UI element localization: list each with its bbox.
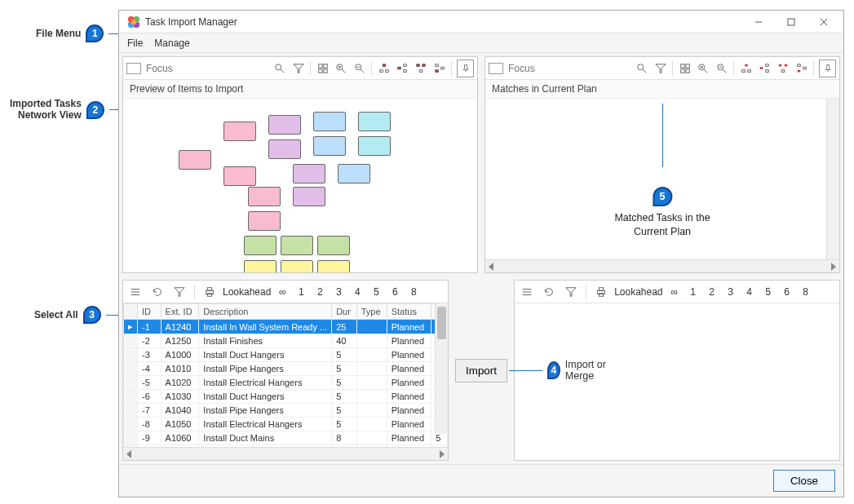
filter-icon[interactable] xyxy=(562,283,580,301)
col-desc[interactable]: Description xyxy=(199,304,332,320)
menubar: File Manage xyxy=(119,33,843,53)
table-row[interactable]: -2 A1250 Install Finishes 40 Planned 5 xyxy=(124,334,448,348)
layout3-icon[interactable] xyxy=(775,60,792,77)
svg-rect-1 xyxy=(788,19,794,25)
layout2-icon[interactable] xyxy=(394,60,411,77)
table-row[interactable]: -8 A1050 Install Electrical Hangers 5 Pl… xyxy=(124,418,448,431)
svg-rect-55 xyxy=(803,67,807,69)
table-row[interactable]: -6 A1030 Install Duct Hangers 5 Planned … xyxy=(124,390,448,404)
col-ext-id[interactable]: Ext. ID xyxy=(161,304,199,320)
lookahead-inf[interactable]: ∞ xyxy=(667,286,682,298)
minimize-button[interactable] xyxy=(742,11,775,33)
svg-rect-34 xyxy=(686,64,689,67)
select-all-handle[interactable] xyxy=(124,304,138,320)
lookahead-num[interactable]: 1 xyxy=(686,286,701,298)
table-row[interactable]: -4 A1010 Install Pipe Hangers 5 Planned … xyxy=(124,362,448,376)
svg-rect-26 xyxy=(419,69,423,72)
layout3-icon[interactable] xyxy=(413,60,430,77)
lookahead-num[interactable]: 1 xyxy=(294,286,308,298)
left-grid-pane: Lookahead ∞ 1 2 3 4 5 6 8 ID Ext. ID xyxy=(122,280,449,461)
col-type[interactable]: Type xyxy=(356,304,387,320)
layout1-icon[interactable] xyxy=(375,60,392,77)
table-row[interactable]: -3 A1000 Install Duct Hangers 5 Planned … xyxy=(124,348,448,362)
svg-rect-61 xyxy=(207,287,211,290)
list-icon[interactable] xyxy=(518,283,536,301)
refresh-icon[interactable] xyxy=(148,283,166,301)
focus-mode-icon[interactable] xyxy=(126,63,141,74)
svg-rect-18 xyxy=(383,64,386,66)
lookahead-num[interactable]: 2 xyxy=(312,286,327,298)
import-button[interactable]: Import xyxy=(455,359,507,382)
pin-icon[interactable] xyxy=(819,60,836,77)
focus-mode-icon[interactable] xyxy=(489,63,503,74)
svg-marker-32 xyxy=(656,64,666,73)
lookahead-num[interactable]: 6 xyxy=(387,286,402,298)
table-row[interactable]: -7 A1040 Install Pipe Hangers 5 Planned … xyxy=(124,404,448,418)
search-icon[interactable] xyxy=(272,60,289,77)
lookahead-num[interactable]: 4 xyxy=(742,286,757,298)
fit-icon[interactable] xyxy=(676,60,693,77)
lookahead-num[interactable]: 5 xyxy=(369,286,383,298)
zoom-in-icon[interactable] xyxy=(333,60,350,77)
print-icon[interactable] xyxy=(592,283,610,301)
focus-input[interactable] xyxy=(507,61,632,76)
lookahead-num[interactable]: 8 xyxy=(799,286,813,298)
pin-icon[interactable] xyxy=(457,60,474,77)
svg-rect-21 xyxy=(398,67,401,69)
app-icon xyxy=(127,15,140,29)
zoom-in-icon[interactable] xyxy=(695,60,712,77)
lookahead-num[interactable]: 8 xyxy=(406,286,421,298)
lookahead-num[interactable]: 3 xyxy=(331,286,346,298)
lookahead-inf[interactable]: ∞ xyxy=(275,286,290,298)
fit-icon[interactable] xyxy=(314,60,331,77)
col-id[interactable]: ID xyxy=(138,304,162,320)
layout2-icon[interactable] xyxy=(756,60,773,77)
grid-horizontal-scrollbar[interactable] xyxy=(123,447,448,460)
lookahead-num[interactable]: 4 xyxy=(350,286,365,298)
svg-rect-24 xyxy=(417,64,420,66)
grid-vertical-scrollbar[interactable] xyxy=(435,303,448,434)
table-row[interactable]: ▸ -1 A1240 Install In Wall System Ready … xyxy=(124,320,448,334)
svg-rect-44 xyxy=(745,64,748,66)
zoom-out-icon[interactable] xyxy=(352,60,369,77)
lookahead-num[interactable]: 6 xyxy=(780,286,794,298)
network-diagram[interactable] xyxy=(130,105,471,266)
horizontal-scrollbar[interactable] xyxy=(485,259,839,272)
lookahead-num[interactable]: 2 xyxy=(705,286,719,298)
refresh-icon[interactable] xyxy=(540,283,558,301)
annotation-label: Select All xyxy=(34,309,78,321)
filter-icon[interactable] xyxy=(290,60,308,77)
svg-line-43 xyxy=(723,69,726,72)
col-status[interactable]: Status xyxy=(387,304,431,320)
svg-rect-33 xyxy=(680,64,684,67)
window-title: Task Import Manager xyxy=(145,16,742,28)
lookahead-num[interactable]: 5 xyxy=(761,286,776,298)
layout4-icon[interactable] xyxy=(794,60,811,77)
svg-rect-10 xyxy=(324,69,327,72)
tasks-grid[interactable]: ID Ext. ID Description Dur Type Status P… xyxy=(123,303,448,447)
lookahead-num[interactable]: 3 xyxy=(723,286,738,298)
svg-rect-46 xyxy=(747,69,750,72)
maximize-button[interactable] xyxy=(775,11,808,33)
close-window-button[interactable] xyxy=(808,11,840,33)
svg-rect-22 xyxy=(404,64,407,66)
svg-line-14 xyxy=(342,69,345,72)
filter-icon[interactable] xyxy=(653,60,670,77)
menu-file[interactable]: File xyxy=(127,38,143,49)
list-icon[interactable] xyxy=(126,283,144,301)
vertical-scrollbar[interactable] xyxy=(826,99,839,259)
col-dur[interactable]: Dur xyxy=(332,304,357,320)
menu-manage[interactable]: Manage xyxy=(154,38,189,49)
table-row[interactable]: -9 A1060 Install Duct Mains 8 Planned 5 xyxy=(124,431,448,445)
search-icon[interactable] xyxy=(634,60,651,77)
filter-icon[interactable] xyxy=(170,283,188,301)
preview-pane: Preview of Items to Import xyxy=(122,56,478,273)
annotation-label: File Menu xyxy=(36,28,81,39)
layout1-icon[interactable] xyxy=(737,60,754,77)
table-row[interactable]: -5 A1020 Install Electrical Hangers 5 Pl… xyxy=(124,376,448,390)
close-button[interactable]: Close xyxy=(773,470,835,492)
layout4-icon[interactable] xyxy=(431,60,449,77)
zoom-out-icon[interactable] xyxy=(714,60,731,77)
print-icon[interactable] xyxy=(201,283,219,301)
focus-input[interactable] xyxy=(144,61,270,76)
